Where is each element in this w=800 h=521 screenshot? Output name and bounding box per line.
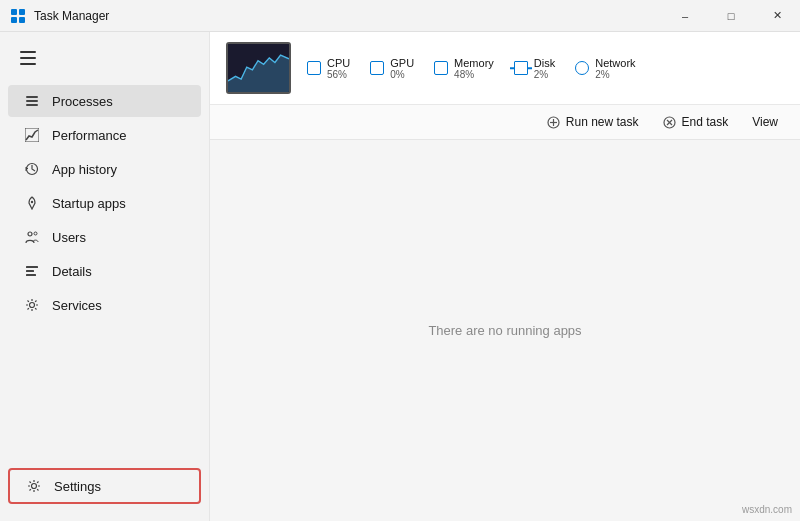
settings-label: Settings	[54, 479, 101, 494]
svg-rect-13	[26, 270, 34, 272]
app-container: Processes Performance	[0, 32, 800, 521]
sidebar-item-label: Processes	[52, 94, 113, 109]
close-button[interactable]: ✕	[754, 0, 800, 32]
svg-rect-2	[11, 17, 17, 23]
gpu-name: GPU	[390, 57, 414, 69]
toolbar: Run new task End task View	[210, 105, 800, 140]
memory-box-icon	[434, 61, 448, 75]
sidebar-item-services[interactable]: Services	[8, 289, 201, 321]
cpu-box-icon	[307, 61, 321, 75]
run-task-icon	[547, 115, 561, 129]
svg-rect-12	[26, 266, 38, 268]
sidebar-item-label: Details	[52, 264, 92, 279]
perf-metrics: CPU 56% GPU 0% Memory	[307, 57, 784, 80]
sidebar-item-label: Services	[52, 298, 102, 313]
sidebar-nav: Processes Performance	[0, 84, 209, 459]
disk-name: Disk	[534, 57, 555, 69]
list-icon	[24, 93, 40, 109]
details-icon	[24, 263, 40, 279]
sidebar: Processes Performance	[0, 32, 210, 521]
gpu-box-icon	[370, 61, 384, 75]
main-body: There are no running apps	[210, 140, 800, 521]
svg-rect-3	[19, 17, 25, 23]
view-button[interactable]: View	[742, 111, 788, 133]
network-value: 2%	[595, 69, 635, 80]
svg-rect-4	[26, 96, 38, 98]
perf-thumbnail[interactable]	[226, 42, 291, 94]
titlebar-controls: – □ ✕	[662, 0, 800, 32]
sidebar-item-users[interactable]: Users	[8, 221, 201, 253]
svg-rect-5	[26, 100, 38, 102]
sidebar-bottom: Settings	[0, 459, 209, 513]
sidebar-item-startup-apps[interactable]: Startup apps	[8, 187, 201, 219]
sidebar-item-label: Performance	[52, 128, 126, 143]
end-task-icon	[663, 115, 677, 129]
end-task-button[interactable]: End task	[653, 111, 739, 133]
sidebar-item-label: Startup apps	[52, 196, 126, 211]
content-area: CPU 56% GPU 0% Memory	[210, 32, 800, 521]
cpu-name: CPU	[327, 57, 350, 69]
network-circle-icon	[575, 61, 589, 75]
disk-box-icon	[514, 61, 528, 75]
sidebar-item-processes[interactable]: Processes	[8, 85, 201, 117]
metric-memory[interactable]: Memory 48%	[434, 57, 494, 80]
svg-rect-6	[26, 104, 38, 106]
sidebar-item-label: App history	[52, 162, 117, 177]
users-icon	[24, 229, 40, 245]
disk-value: 2%	[534, 69, 555, 80]
minimize-button[interactable]: –	[662, 0, 708, 32]
svg-rect-1	[19, 9, 25, 15]
chart-icon	[24, 127, 40, 143]
sidebar-item-app-history[interactable]: App history	[8, 153, 201, 185]
no-apps-message: There are no running apps	[428, 323, 581, 338]
svg-point-10	[28, 232, 32, 236]
disk-info: Disk 2%	[534, 57, 555, 80]
titlebar-title: Task Manager	[34, 9, 109, 23]
memory-value: 48%	[454, 69, 494, 80]
titlebar-left: Task Manager	[10, 8, 109, 24]
svg-point-11	[34, 232, 37, 235]
sidebar-item-performance[interactable]: Performance	[8, 119, 201, 151]
titlebar: Task Manager – □ ✕	[0, 0, 800, 32]
network-name: Network	[595, 57, 635, 69]
metric-network[interactable]: Network 2%	[575, 57, 635, 80]
perf-header: CPU 56% GPU 0% Memory	[210, 32, 800, 105]
app-icon	[10, 8, 26, 24]
services-icon	[24, 297, 40, 313]
cpu-value: 56%	[327, 69, 350, 80]
restore-button[interactable]: □	[708, 0, 754, 32]
metric-gpu[interactable]: GPU 0%	[370, 57, 414, 80]
svg-point-15	[30, 303, 35, 308]
cpu-info: CPU 56%	[327, 57, 350, 80]
view-label: View	[752, 115, 778, 129]
watermark: wsxdn.com	[742, 504, 792, 515]
rocket-icon	[24, 195, 40, 211]
svg-rect-0	[11, 9, 17, 15]
hamburger-button[interactable]	[8, 40, 48, 76]
network-info: Network 2%	[595, 57, 635, 80]
hamburger-icon	[20, 51, 36, 65]
sidebar-item-details[interactable]: Details	[8, 255, 201, 287]
svg-point-16	[32, 484, 37, 489]
svg-point-9	[31, 201, 33, 203]
gear-icon	[26, 478, 42, 494]
gpu-info: GPU 0%	[390, 57, 414, 80]
end-task-label: End task	[682, 115, 729, 129]
sidebar-item-label: Users	[52, 230, 86, 245]
run-new-task-label: Run new task	[566, 115, 639, 129]
memory-name: Memory	[454, 57, 494, 69]
memory-info: Memory 48%	[454, 57, 494, 80]
history-icon	[24, 161, 40, 177]
sidebar-item-settings[interactable]: Settings	[8, 468, 201, 504]
metric-disk[interactable]: Disk 2%	[514, 57, 555, 80]
gpu-value: 0%	[390, 69, 414, 80]
metric-cpu[interactable]: CPU 56%	[307, 57, 350, 80]
run-new-task-button[interactable]: Run new task	[537, 111, 649, 133]
svg-rect-14	[26, 274, 36, 276]
